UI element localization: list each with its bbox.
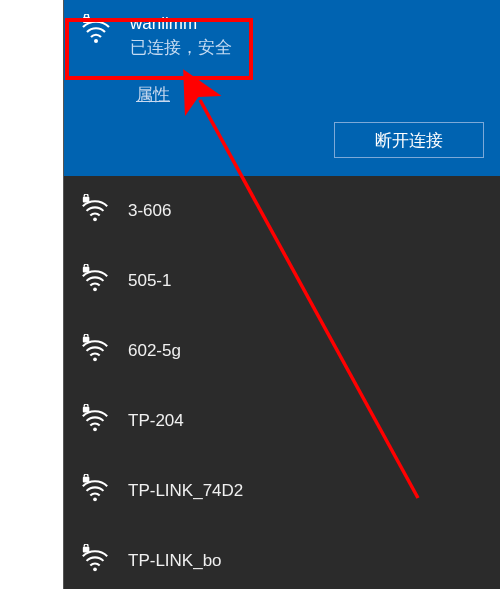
wifi-secure-icon <box>80 194 110 228</box>
svg-rect-5 <box>83 267 90 273</box>
selected-network-block[interactable]: wanlimm 已连接，安全 属性 断开连接 <box>64 0 500 176</box>
selected-network-header: wanlimm 已连接，安全 <box>80 14 484 59</box>
wifi-secure-icon <box>80 14 112 50</box>
disconnect-button[interactable]: 断开连接 <box>334 122 484 158</box>
selected-network-name: wanlimm <box>130 14 232 34</box>
wifi-secure-icon <box>80 334 110 368</box>
available-networks-list: 3-606 505-1 602-5g TP-204 <box>64 176 500 589</box>
network-name: TP-LINK_74D2 <box>128 481 243 501</box>
svg-point-12 <box>93 567 97 571</box>
network-item[interactable]: TP-LINK_74D2 <box>64 456 500 526</box>
svg-rect-3 <box>83 197 90 203</box>
wifi-secure-icon <box>80 404 110 438</box>
network-item[interactable]: TP-LINK_bo <box>64 526 500 589</box>
svg-point-0 <box>94 39 98 43</box>
svg-point-10 <box>93 497 97 501</box>
wifi-secure-icon <box>80 264 110 298</box>
svg-point-2 <box>93 217 97 221</box>
properties-link[interactable]: 属性 <box>136 83 170 106</box>
wifi-secure-icon <box>80 474 110 508</box>
network-item[interactable]: TP-204 <box>64 386 500 456</box>
network-name: 3-606 <box>128 201 171 221</box>
selected-network-info: wanlimm 已连接，安全 <box>130 14 232 59</box>
wifi-secure-icon <box>80 544 110 578</box>
svg-point-4 <box>93 287 97 291</box>
disconnect-row: 断开连接 <box>80 122 484 158</box>
svg-rect-11 <box>83 477 90 483</box>
network-name: TP-204 <box>128 411 184 431</box>
svg-point-6 <box>93 357 97 361</box>
wifi-flyout-panel: wanlimm 已连接，安全 属性 断开连接 3-606 505-1 <box>63 0 500 589</box>
network-name: 602-5g <box>128 341 181 361</box>
svg-rect-7 <box>83 337 90 343</box>
network-item[interactable]: 3-606 <box>64 176 500 246</box>
svg-rect-9 <box>83 407 90 413</box>
svg-rect-1 <box>83 17 90 23</box>
network-name: TP-LINK_bo <box>128 551 222 571</box>
svg-rect-13 <box>83 547 90 553</box>
network-item[interactable]: 602-5g <box>64 316 500 386</box>
selected-network-status: 已连接，安全 <box>130 36 232 59</box>
svg-point-8 <box>93 427 97 431</box>
network-name: 505-1 <box>128 271 171 291</box>
network-item[interactable]: 505-1 <box>64 246 500 316</box>
